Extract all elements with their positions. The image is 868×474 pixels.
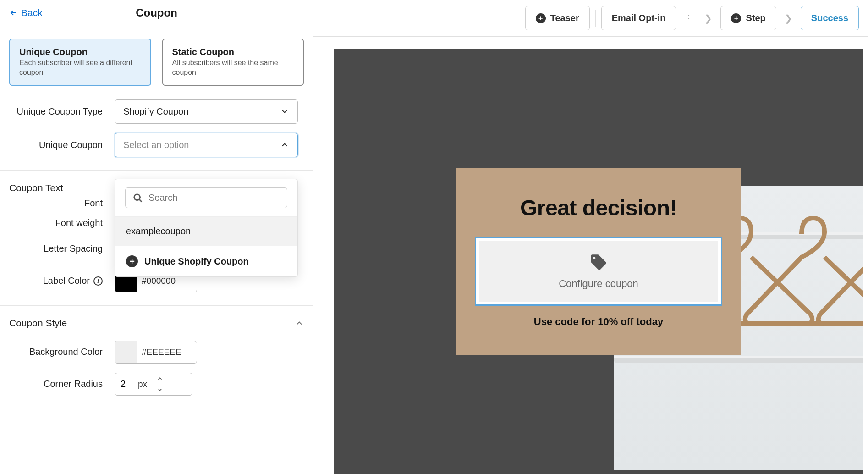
back-label: Back (21, 7, 43, 18)
left-header: Back Coupon (0, 0, 313, 26)
arrow-left-icon (9, 8, 18, 17)
background-color-swatch[interactable] (115, 341, 137, 363)
dropdown-option-label: examplecoupon (126, 226, 191, 237)
back-button[interactable]: Back (9, 7, 43, 18)
unique-coupon-placeholder: Select an option (123, 140, 189, 150)
info-icon[interactable]: i (93, 276, 103, 286)
popup-title: Great decision! (520, 195, 677, 220)
dropdown-option-examplecoupon[interactable]: examplecoupon (115, 216, 297, 246)
success-label: Success (811, 13, 848, 23)
chevron-right-icon: ❯ (702, 13, 715, 24)
svg-point-0 (134, 194, 140, 200)
chevron-up-icon (157, 375, 163, 382)
label-color-label: Label Color i (9, 276, 115, 286)
chevron-up-icon (280, 140, 289, 149)
corner-radius-field[interactable]: px (115, 373, 192, 396)
search-icon (133, 193, 143, 203)
plus-circle-icon: + (536, 13, 546, 23)
unique-coupon-type-value: Shopify Coupon (123, 106, 188, 117)
chevron-down-icon (157, 386, 163, 393)
nav-separator (595, 10, 596, 27)
preview-stage: Great decision! Configure coupon Use cod… (313, 37, 868, 474)
email-optin-label: Email Opt-in (612, 13, 666, 23)
coupon-config-section: Unique Coupon Type Shopify Coupon Unique… (0, 95, 313, 171)
stage-frame: Great decision! Configure coupon Use cod… (334, 49, 863, 474)
font-label: Font (9, 198, 115, 209)
background-color-value: EEEEEE (147, 347, 181, 357)
letter-spacing-label: Letter Spacing (9, 243, 115, 254)
teaser-label: Teaser (550, 13, 579, 23)
plus-circle-icon: + (731, 13, 741, 23)
coupon-style-section-head[interactable]: Coupon Style (0, 306, 313, 341)
unique-coupon-desc: Each subscriber will see a different cou… (19, 58, 141, 77)
static-coupon-desc: All subscribers will see the same coupon (172, 58, 294, 77)
coupon-box[interactable]: Configure coupon (475, 237, 722, 306)
popup-subtext: Use code for 10% off today (534, 316, 663, 328)
label-color-value: 000000 (147, 276, 176, 286)
chevron-up-icon (295, 319, 304, 328)
coupon-type-row: Unique Coupon Each subscriber will see a… (0, 26, 313, 95)
dropdown-search-input[interactable] (148, 193, 280, 203)
unique-coupon-title: Unique Coupon (19, 47, 141, 57)
corner-radius-step-down[interactable] (150, 384, 170, 395)
email-optin-button[interactable]: Email Opt-in (601, 6, 676, 30)
coupon-label: Configure coupon (559, 278, 638, 290)
unique-coupon-type-label: Unique Coupon Type (9, 106, 115, 117)
svg-rect-4 (614, 356, 863, 358)
dropdown-create-option[interactable]: + Unique Shopify Coupon (115, 246, 297, 276)
unique-coupon-select[interactable]: Select an option (115, 133, 298, 157)
dropdown-create-label: Unique Shopify Coupon (144, 256, 249, 267)
dropdown-search-wrap (115, 179, 297, 216)
unique-coupon-type-select[interactable]: Shopify Coupon (115, 99, 298, 124)
static-coupon-title: Static Coupon (172, 47, 294, 57)
unique-coupon-dropdown: examplecoupon + Unique Shopify Coupon (115, 179, 298, 277)
coupon-style-label: Coupon Style (9, 318, 67, 329)
corner-radius-step-up[interactable] (150, 373, 170, 384)
dropdown-search-box[interactable] (125, 187, 287, 208)
step-button[interactable]: + Step (720, 6, 776, 30)
corner-radius-label: Corner Radius (9, 379, 115, 389)
static-coupon-card[interactable]: Static Coupon All subscribers will see t… (162, 39, 304, 86)
corner-radius-input[interactable] (115, 379, 138, 389)
tag-icon (589, 253, 608, 271)
plus-circle-icon: + (126, 255, 138, 267)
more-dots-icon[interactable]: ⋮ (681, 13, 696, 24)
step-label: Step (746, 13, 765, 23)
top-nav: + Teaser Email Opt-in ⋮ ❯ + Step ❯ Succe… (313, 0, 868, 37)
success-button[interactable]: Success (801, 6, 859, 30)
background-color-label: Background Color (9, 347, 115, 357)
background-color-field[interactable]: #EEEEEE (115, 341, 197, 364)
page-title: Coupon (136, 6, 177, 19)
unique-coupon-card[interactable]: Unique Coupon Each subscriber will see a… (9, 39, 151, 86)
font-weight-label: Font weight (9, 218, 115, 228)
chevron-right-icon: ❯ (782, 13, 795, 24)
preview-popup: Great decision! Configure coupon Use cod… (456, 168, 741, 355)
unique-coupon-label: Unique Coupon (9, 140, 115, 150)
teaser-button[interactable]: + Teaser (525, 6, 590, 30)
chevron-down-icon (280, 107, 289, 116)
coupon-text-label: Coupon Text (9, 182, 63, 193)
corner-radius-unit: px (138, 379, 150, 389)
